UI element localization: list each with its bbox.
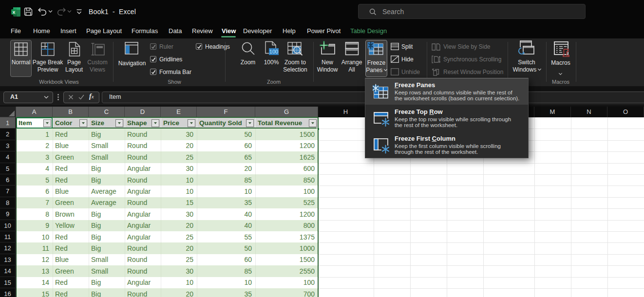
- svg-text:100: 100: [269, 49, 278, 55]
- svg-text:x: x: [13, 9, 16, 15]
